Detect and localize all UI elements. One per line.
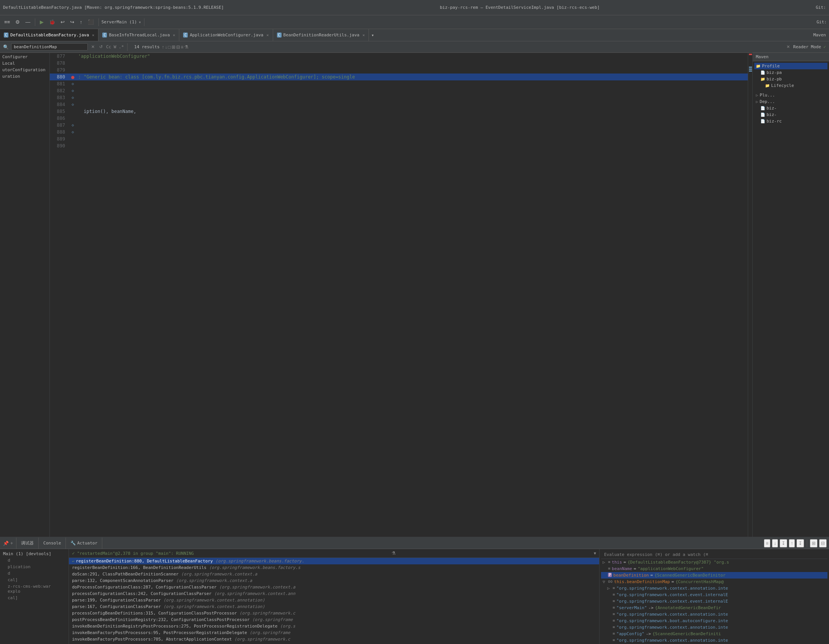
search-option3[interactable]: ≡ [181,44,183,50]
bottom-add-btn[interactable]: + [10,541,13,546]
bottom-icon-list2[interactable]: ⊟ [819,539,827,548]
tab-more-btn[interactable]: ▾ [369,29,376,41]
thread-item-application[interactable]: plication [6,564,67,570]
step-into-btn[interactable]: ↪ [68,18,76,26]
sidebar-item-utorconfiguration[interactable]: utorConfiguration [0,67,49,73]
tree-item-plugins[interactable]: ▷ Plu... [754,92,827,98]
run-config-selector[interactable]: ServerMain (1) ▾ [102,20,141,25]
tab-baseinfothreadlocal[interactable]: C BaseInfoThreadLocal.java ✕ [98,29,179,41]
search-option1[interactable]: ⊞ [172,44,175,50]
tab-close-2[interactable]: ✕ [173,33,175,37]
line-num-878: 878 [50,60,69,67]
var-entry-7[interactable]: ≡ "org.springframework.context.annotatio… [606,637,827,644]
var-entry-6[interactable]: ≡ "org.springframework.context.annotatio… [606,624,827,631]
bottom-icon-step-over[interactable]: ↧ [780,539,787,548]
stack-frame-1[interactable]: registerBeanDefinition:166, BeanDefiniti… [69,564,599,571]
thread-item-cal2[interactable]: cal] [6,595,67,601]
stack-frame-3[interactable]: parse:132, ComponentScanAnnotationParser… [69,577,599,584]
bottom-tab-actuator[interactable]: 🔧 Actuator [66,538,102,549]
tab-defaultlistablebeanfactory[interactable]: C DefaultListableBeanFactory.java ✕ [0,29,98,41]
sidebar-item-uration[interactable]: uration [0,73,49,80]
var-entry-1[interactable]: ▷ ≡ "org.springframework.context.annotat… [606,585,827,592]
expand-this[interactable]: ▷ [603,560,606,565]
search-bar: 🔍 ✕ ↺ Cc W .* 14 results ↑ ↓ □ ⊞ ⊟ ≡ ⚗ ✕… [0,41,829,53]
bottom-pin-btn[interactable]: 📌 [3,541,9,546]
var-item-beanname[interactable]: ≡ beanName = "applicationWebConfigurer" [601,566,827,572]
tree-item-dependencies[interactable]: ▷ Dep... [754,98,827,105]
settings-btn[interactable]: ⚙ [13,18,22,26]
var-entry-5[interactable]: ≡ "org.springframework.boot.autoconfigur… [606,618,827,624]
tree-item-biz-rc[interactable]: 📄 biz-rc [759,118,827,124]
var-entry-3[interactable]: ≡ "org.springframework.context.event.int… [606,598,827,605]
bottom-tab-console[interactable]: Console [39,538,66,549]
thread-item-war[interactable]: z-rcs-cms-web:war explo [6,583,67,595]
stack-frame-8[interactable]: processConfigBeanDefinitions:315, Config… [69,610,599,616]
close-search-btn[interactable]: ✕ [785,44,791,50]
bottom-left-controls: 📌 + [0,538,16,549]
search-prev-btn[interactable]: ↺ [98,44,104,50]
stack-frame-content-7: parse:167, ConfigurationClassParser (org… [72,604,265,609]
stack-frame-7[interactable]: parse:167, ConfigurationClassParser (org… [69,603,599,610]
step-out-btn[interactable]: ↑ [78,18,84,26]
stop-btn[interactable]: ⬛ [86,18,96,26]
stack-filter-btn[interactable]: ⚗ [392,551,396,556]
stack-frame-0[interactable]: ↩ registerBeanDefinition:880, DefaultLis… [69,558,599,564]
tree-item-biz-pb[interactable]: 📁 biz-pb [759,76,827,82]
tree-item-profile[interactable]: 📁 Profile [754,63,827,69]
tab-close-4[interactable]: ✕ [362,33,365,37]
thread-item-cal[interactable]: cal] [6,577,67,583]
thread-main[interactable]: Main (1) [devtools] [2,551,67,557]
stack-frame-9[interactable]: postProcessBeanDefinitionRegistry:232, C… [69,616,599,623]
expand-beandefinitionmap[interactable]: ▽ [603,579,606,584]
bottom-icon-grid[interactable]: ⊞ [810,539,818,548]
tree-item-biz-pa[interactable]: 📄 biz-pa [759,69,827,76]
search-option2[interactable]: ⊟ [176,44,180,50]
stack-frame-12[interactable]: invokeBeanFactoryPostProcessors:705, Abs… [69,636,599,642]
tab-applicationwebconfigurer[interactable]: C ApplicationWebConfigurer.java ✕ [179,29,273,41]
search-input[interactable] [11,43,88,51]
search-next-result[interactable]: ↓ [165,44,167,50]
tree-label-plugins: Plu... [760,93,775,98]
tab-close-3[interactable]: ✕ [266,33,269,37]
var-item-beandefinitionmap[interactable]: ▽ oo this.beanDefinitionMap = {Concurren… [601,579,827,585]
sidebar-item-local[interactable]: Local [0,60,49,67]
code-scrollbar[interactable] [748,53,752,537]
thread-item-d2[interactable]: d [6,570,67,577]
stack-expand-btn[interactable]: ▾ [594,551,596,556]
bottom-icon-step-out[interactable]: ↧ [796,539,804,548]
tree-item-biz-1[interactable]: 📄 biz- [759,105,827,111]
stack-frame-4[interactable]: doProcessConfigurationClass:287, Configu… [69,584,599,590]
var-entry-servermain[interactable]: ≡ "serverMain" -> {AnnotatedGenericBeanD… [606,605,827,611]
tab-beandefinitionreaderutils[interactable]: C BeanDefinitionReaderUtils.java ✕ [273,29,369,41]
var-entry-2[interactable]: ≡ "org.springframework.context.event.int… [606,592,827,598]
bottom-icon-list[interactable]: ≡ [764,539,770,548]
stack-frame-10[interactable]: invokeBeanDefinitionRegistryPostProcesso… [69,623,599,629]
search-clear-btn[interactable]: ✕ [90,44,96,50]
debug-btn[interactable]: 🐞 [47,18,57,26]
toolbar-separator2 [98,18,99,26]
search-expand-btn[interactable]: □ [168,44,171,50]
run-btn[interactable]: ▶ [38,18,46,26]
minimize-btn[interactable]: — [23,18,32,26]
stack-frame-2[interactable]: doScan:291, ClassPathBeanDefinitionScann… [69,571,599,577]
search-filter-btn[interactable]: ⚗ [184,44,188,50]
search-prev-result[interactable]: ↑ [162,44,164,50]
var-item-beandefinition[interactable]: P beanDefinition = {ScannedGenericBeanDe… [601,572,827,579]
var-entry-appconfig[interactable]: ≡ "appConfig" -> {ScannedGenericBeanDefi… [606,631,827,637]
tree-item-biz-2[interactable]: 📄 biz- [759,111,827,118]
var-item-this[interactable]: ▷ ≡ this = {DefaultListableBeanFactory@7… [601,559,827,566]
align-left-btn[interactable]: ≡≡ [2,18,12,26]
sidebar-item-configurer[interactable]: Configurer [0,54,49,60]
step-over-btn[interactable]: ↩ [59,18,67,26]
tree-item-lifecycle[interactable]: 📁 Lifecycle [763,82,827,89]
thread-item-d[interactable]: d [6,557,67,564]
bottom-tab-debugger[interactable]: 调试器 [16,538,39,549]
stack-frame-6[interactable]: parse:199, ConfigurationClassParser (org… [69,597,599,603]
bottom-icon-resume[interactable]: ↓ [772,539,778,548]
var-entry-4[interactable]: ≡ "org.springframework.context.annotatio… [606,611,827,618]
stack-frame-11[interactable]: invokeBeanFactoryPostProcessors:95, Post… [69,629,599,636]
stack-frame-5[interactable]: processConfigurationClass:242, Configura… [69,590,599,597]
expand-entry-1[interactable]: ▷ [607,586,611,591]
tab-close-1[interactable]: ✕ [92,33,94,37]
bottom-icon-step-into[interactable]: ↑ [789,539,795,548]
